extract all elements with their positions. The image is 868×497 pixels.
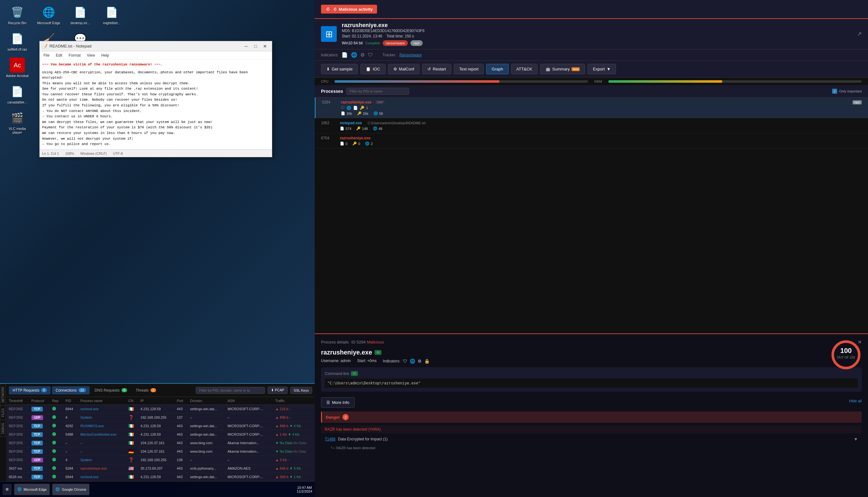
col-asn: ASN (225, 397, 273, 405)
summary-button[interactable]: 🤖 Summary beta (540, 64, 585, 74)
indicator-net-icon[interactable]: 🌐 (351, 52, 357, 58)
network-table-row[interactable]: BEFORE TCP 5488 MoUsoCoreWorker.exe 🇮🇪 4… (6, 430, 315, 439)
proc-reg-icon[interactable]: 🔑 (360, 106, 364, 110)
indicator-proc-icon[interactable]: ⚙ (360, 52, 365, 58)
process-row-5284[interactable]: 5284 razrusheniye.exe DMP razr 🛡 🌐 📄 🔑 ℹ… (315, 98, 868, 118)
network-table-row[interactable]: BEFORE UDP 4 System ❓ 192.168.100.255 13… (6, 456, 315, 464)
taskbar-start[interactable]: ⊞ (2, 484, 12, 495)
attck-button[interactable]: ATT&CK (511, 64, 537, 74)
network-table-row[interactable]: BEFORE UDP 4 System ❓ 192.168.100.255 13… (6, 413, 315, 422)
export-button[interactable]: Export ▼ (588, 64, 616, 74)
indicator1-icon[interactable]: 🛡 (403, 359, 407, 364)
network-filter-input[interactable] (196, 387, 265, 394)
proc-security-icon[interactable]: 🛡 (341, 106, 345, 110)
network-table-row[interactable]: BEFORE TCP – – 🇮🇪 104.126.37.161 443 www… (6, 439, 315, 447)
tab-dns-requests[interactable]: DNS Requests 8 (91, 386, 131, 395)
more-info-button[interactable]: ☰ More Info (321, 397, 355, 408)
proc-network-icon[interactable]: 🌐 (347, 106, 351, 110)
indicator-shield-icon[interactable]: 🛡 (368, 52, 373, 58)
desktop-icon-vlc[interactable]: 🎬 VLC media player (5, 110, 30, 134)
only-important-toggle[interactable]: ✓ Only important (832, 89, 862, 94)
pid-1952: 1952 (321, 121, 337, 125)
tab-threats[interactable]: Threats 2 (132, 386, 160, 395)
desktop-icon-adobe[interactable]: Ac Adobe Acrobat (5, 58, 30, 78)
ai-badge: AI (375, 350, 381, 355)
ssl-keys-button[interactable]: SSL Keys (290, 387, 312, 394)
menu-file[interactable]: File (42, 53, 51, 58)
export-label: Export (593, 67, 605, 71)
indicator3-icon[interactable]: ⚙ (418, 359, 422, 364)
desktop-icon-selftell[interactable]: 📄 selftell.rtf.raz (5, 31, 30, 51)
cell-timeshift: BEFORE (6, 422, 29, 430)
process-row-6704[interactable]: 6704 razrusheniye.exe 📄 0 🔑 0 🌐 2 (315, 133, 868, 148)
cell-pid: 4 (63, 456, 78, 464)
desktop-icon-canadatble[interactable]: 📄 canadatble... (5, 84, 30, 104)
danger-section: Danger 2 RAZR has been detected (YARA) T… (321, 411, 862, 451)
only-important-checkbox[interactable]: ✓ (832, 89, 837, 94)
proc-reg-stat: 🔑 26k (357, 111, 368, 115)
tag-ransomware[interactable]: ransomware (383, 40, 408, 46)
proc-files-stat-1952: 📄 574 (340, 126, 351, 130)
proc-file-icon[interactable]: 📄 (353, 106, 358, 110)
menu-format[interactable]: Format (67, 53, 82, 58)
platform-tags-row: Win10 64 bit Complete ransomware razr (342, 40, 852, 46)
menu-edit[interactable]: Edit (54, 53, 64, 58)
sub-indent-icon: └─ (331, 446, 336, 450)
processes-filter-input[interactable] (346, 88, 409, 95)
tag-razr[interactable]: razr (410, 40, 423, 46)
taskbar-chrome[interactable]: 🌐 Google Chrome (52, 484, 89, 495)
menu-bar: File Edit Format View Help (40, 51, 272, 59)
restart-button[interactable]: ↺ Restart (422, 64, 451, 74)
attack-id-link[interactable]: T1486 (325, 437, 336, 441)
tracker-link[interactable]: Ransomware (400, 53, 422, 57)
indicator2-icon[interactable]: 🌐 (410, 359, 415, 364)
process-row-1952[interactable]: 1952 notepad.exe C:\Users\admin\Desktop\… (315, 118, 868, 133)
debug-label[interactable]: DEBUG (0, 420, 6, 437)
tab-connections[interactable]: Connections 22 (52, 386, 90, 395)
hide-all-button[interactable]: Hide all (849, 399, 862, 403)
close-button[interactable]: ✕ (261, 42, 269, 50)
desktop-icon-edge[interactable]: 🌐 Microsoft Edge (36, 5, 61, 25)
text-report-button[interactable]: Text report (454, 64, 484, 74)
cell-process: MoUsoCoreWorker.exe (78, 430, 126, 439)
more-info-label: More Info (332, 400, 349, 405)
selftell-label: selftell.rtf.raz (8, 47, 27, 51)
graph-button[interactable]: Graph (486, 64, 508, 74)
attack-expand-icon[interactable]: ▼ (854, 437, 858, 442)
malconf-button[interactable]: ⚙ MalConf (388, 64, 420, 74)
ioc-label: IOC (373, 67, 380, 71)
share-button[interactable]: ↗ (857, 30, 862, 38)
network-table-row[interactable]: BEFORE TCP 6944 svchost.exe 🇮🇪 4.231.128… (6, 405, 315, 413)
attack-item-t1486[interactable]: T1486 Data Encrypted for Impact (1) ▼ (321, 435, 862, 443)
network-tabs-bar: HTTP Requests 5 Connections 22 DNS Reque… (6, 384, 315, 397)
minimize-button[interactable]: ─ (242, 42, 251, 50)
menu-view[interactable]: View (85, 53, 97, 58)
network-table-row[interactable]: BEFORE TCP – – 🇩🇪 104.126.37.161 443 www… (6, 447, 315, 456)
proc-info-icon[interactable]: ℹ (366, 106, 368, 110)
network-table-row[interactable]: BEFORE TCP 4292 RUXIMICS.exe 🇮🇪 4.231.12… (6, 422, 315, 430)
network-table-row[interactable]: 6526 ms TCP 6944 svchost.exe 🇮🇪 4.231.12… (6, 473, 315, 481)
details-start: Start: +0ms (357, 359, 377, 364)
get-sample-button[interactable]: ⬇ Get sample (321, 64, 358, 74)
cell-timeshift: BEFORE (6, 430, 29, 439)
chrome-taskbar-label: Google Chrome (62, 487, 86, 491)
pcap-button[interactable]: ⬇ PCAP (267, 387, 288, 394)
ioc-button[interactable]: 📋 IOC (360, 64, 385, 74)
desktop-icon-recycle-bin[interactable]: 🗑️ Recycle Bin (5, 5, 30, 25)
files-label[interactable]: FILES (0, 406, 6, 420)
desktop-icon-mightdistr[interactable]: 📄 mightdistr... (99, 5, 124, 25)
notepad-content-area[interactable]: ~~~ You became victim of the razrusheniy… (40, 59, 272, 147)
cell-rep (50, 456, 63, 464)
maximize-button[interactable]: □ (251, 42, 260, 50)
indicator-file-icon[interactable]: 📄 (341, 52, 348, 58)
network-table-row[interactable]: 3427 ms TCP 5284 razrusheniye.exe 🇺🇸 35.… (6, 464, 315, 473)
taskbar-edge[interactable]: 🌐 Microsoft Edge (14, 484, 50, 495)
desktop-icon-desktop-ini[interactable]: 📄 desktop.ini... (68, 5, 93, 25)
tab-http-requests[interactable]: HTTP Requests 5 (9, 386, 51, 395)
edge-icon: 🌐 (41, 5, 56, 20)
network-label[interactable]: NETWORK (0, 384, 6, 406)
menu-help[interactable]: Help (99, 53, 111, 58)
cell-domain: settings-win.dat... (187, 430, 225, 439)
network-table-container[interactable]: Timeshift Protocol Rep PID Process name … (6, 397, 315, 481)
indicator4-icon[interactable]: 🔒 (424, 359, 430, 364)
